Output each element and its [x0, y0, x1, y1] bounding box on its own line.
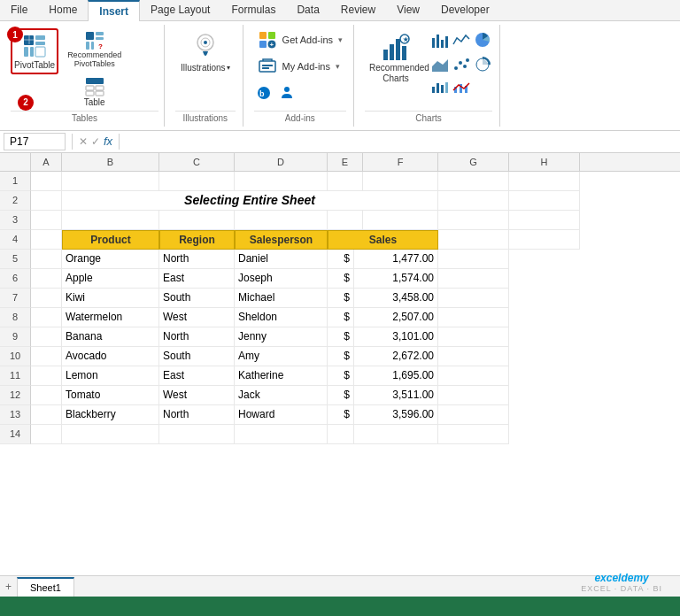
cell-d3[interactable]	[235, 211, 328, 230]
col-header-b[interactable]: B	[62, 153, 159, 171]
cell-d7[interactable]: Michael	[235, 289, 328, 308]
col-header-a[interactable]: A	[31, 153, 62, 171]
cell-a13[interactable]	[31, 405, 62, 425]
cell-e12[interactable]: $	[328, 386, 354, 405]
line-chart-button[interactable]	[452, 30, 471, 52]
cell-c5[interactable]: North	[159, 250, 235, 269]
get-addins-button[interactable]: + Get Add-ins ▾	[254, 28, 346, 51]
header-sales[interactable]: Sales	[328, 230, 438, 250]
cell-a9[interactable]	[31, 327, 62, 347]
cell-e6[interactable]: $	[328, 269, 354, 289]
cell-f6[interactable]: 1,574.00	[354, 269, 438, 289]
cell-d1[interactable]	[235, 172, 328, 191]
cell-g2[interactable]	[438, 191, 509, 211]
cell-f10[interactable]: 2,672.00	[354, 347, 438, 366]
cell-f8[interactable]: 2,507.00	[354, 308, 438, 327]
cell-e11[interactable]: $	[328, 366, 354, 386]
combo-chart-button[interactable]	[452, 81, 471, 97]
cell-e10[interactable]: $	[328, 347, 354, 366]
cell-d6[interactable]: Joseph	[235, 269, 328, 289]
cell-f11[interactable]: 1,695.00	[354, 366, 438, 386]
cell-c7[interactable]: South	[159, 289, 235, 308]
cell-c9[interactable]: North	[159, 327, 235, 347]
col-header-e[interactable]: E	[328, 153, 363, 171]
cell-a1[interactable]	[31, 172, 62, 191]
cell-f3[interactable]	[363, 211, 438, 230]
cell-a6[interactable]	[31, 269, 62, 289]
cancel-icon[interactable]: ✕	[79, 135, 88, 148]
cell-g4[interactable]	[438, 230, 509, 250]
cell-a8[interactable]	[31, 308, 62, 327]
cell-f7[interactable]: 3,458.00	[354, 289, 438, 308]
cell-f13[interactable]: 3,596.00	[354, 405, 438, 425]
cell-d14[interactable]	[235, 425, 328, 444]
cell-h2[interactable]	[509, 191, 580, 211]
tab-review[interactable]: Review	[330, 0, 386, 20]
my-addins-button[interactable]: My Add-ins ▾	[254, 55, 346, 78]
cell-d13[interactable]: Howard	[235, 405, 328, 425]
tab-formulas[interactable]: Formulas	[220, 0, 286, 20]
cell-g11[interactable]	[438, 366, 509, 386]
cell-c3[interactable]	[159, 211, 235, 230]
cell-d8[interactable]: Sheldon	[235, 308, 328, 327]
cell-e3[interactable]	[328, 211, 363, 230]
cell-e9[interactable]: $	[328, 327, 354, 347]
scatter-chart-button[interactable]	[452, 55, 471, 77]
cell-b12[interactable]: Tomato	[62, 386, 159, 405]
bar-chart-button[interactable]	[430, 30, 450, 52]
cell-b10[interactable]: Avocado	[62, 347, 159, 366]
cell-f14[interactable]	[354, 425, 438, 444]
cell-b1[interactable]	[62, 172, 159, 191]
cell-f5[interactable]: 1,477.00	[354, 250, 438, 269]
tab-developer[interactable]: Developer	[430, 0, 500, 20]
cell-g10[interactable]	[438, 347, 509, 366]
cell-g3[interactable]	[438, 211, 509, 230]
cell-b9[interactable]: Banana	[62, 327, 159, 347]
recommended-pivot-tables-button[interactable]: ? Recommended PivotTables	[62, 28, 127, 71]
cell-h3[interactable]	[509, 211, 580, 230]
cell-g7[interactable]	[438, 289, 509, 308]
cell-g6[interactable]	[438, 269, 509, 289]
cell-c12[interactable]: West	[159, 386, 235, 405]
cell-h1[interactable]	[509, 172, 580, 191]
cell-f9[interactable]: 3,101.00	[354, 327, 438, 347]
cell-b8[interactable]: Watermelon	[62, 308, 159, 327]
cell-b3[interactable]	[62, 211, 159, 230]
cell-g1[interactable]	[438, 172, 509, 191]
cell-g13[interactable]	[438, 405, 509, 425]
cell-b14[interactable]	[62, 425, 159, 444]
confirm-icon[interactable]: ✓	[91, 135, 100, 148]
cell-g8[interactable]	[438, 308, 509, 327]
cell-a3[interactable]	[31, 211, 62, 230]
function-icon[interactable]: fx	[104, 135, 112, 148]
cell-reference[interactable]: P17	[4, 133, 66, 150]
new-sheet-button[interactable]: +	[0, 577, 17, 597]
cell-c11[interactable]: East	[159, 366, 235, 386]
cell-g9[interactable]	[438, 327, 509, 347]
cell-g5[interactable]	[438, 250, 509, 269]
people-graph-button[interactable]	[277, 83, 297, 105]
cell-d12[interactable]: Jack	[235, 386, 328, 405]
cell-c1[interactable]	[159, 172, 235, 191]
illustrations-button[interactable]: Illustrations ▾	[175, 28, 236, 111]
cell-e13[interactable]: $	[328, 405, 354, 425]
tab-home[interactable]: Home	[38, 0, 88, 20]
cell-e8[interactable]: $	[328, 308, 354, 327]
cell-c10[interactable]: South	[159, 347, 235, 366]
cell-c6[interactable]: East	[159, 269, 235, 289]
cell-a4[interactable]	[31, 230, 62, 250]
col-header-d[interactable]: D	[235, 153, 328, 171]
tab-view[interactable]: View	[386, 0, 430, 20]
cell-c8[interactable]: West	[159, 308, 235, 327]
cell-e5[interactable]: $	[328, 250, 354, 269]
cell-g12[interactable]	[438, 386, 509, 405]
cell-b7[interactable]: Kiwi	[62, 289, 159, 308]
tab-data[interactable]: Data	[286, 0, 329, 20]
cell-d9[interactable]: Jenny	[235, 327, 328, 347]
tab-file[interactable]: File	[0, 0, 38, 20]
header-salesperson[interactable]: Salesperson	[235, 230, 328, 250]
waterfall-chart-button[interactable]	[430, 81, 450, 97]
cell-e1[interactable]	[328, 172, 363, 191]
col-header-c[interactable]: C	[159, 153, 235, 171]
cell-a11[interactable]	[31, 366, 62, 386]
